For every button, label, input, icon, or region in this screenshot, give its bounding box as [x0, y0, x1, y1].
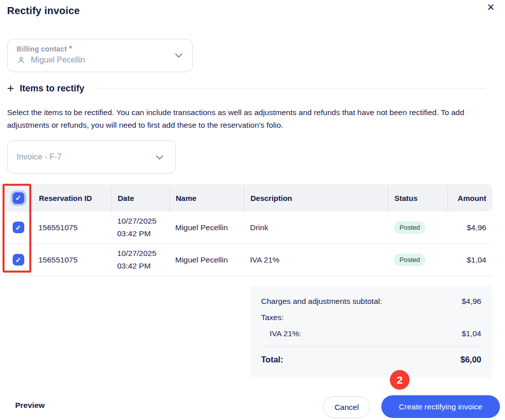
cell-name: Miguel Pecellin — [169, 223, 244, 232]
billing-contact-label: Billing contact — [17, 45, 67, 53]
tax-line-value: $1,04 — [462, 329, 481, 338]
required-marker: * — [69, 44, 72, 53]
person-icon — [17, 56, 26, 65]
total-row: Total: $6,00 — [261, 355, 481, 364]
billing-contact-select[interactable]: Billing contact* Miguel Pecellin — [7, 39, 193, 72]
table-row: ✓ 156551075 10/27/2025 03:42 PM Miguel P… — [4, 212, 492, 244]
row-checkbox-cell: ✓ — [4, 222, 32, 233]
total-label: Total: — [261, 355, 283, 364]
taxes-label: Taxes: — [261, 313, 284, 322]
column-header-description: Description — [244, 184, 388, 212]
tax-line-row: IVA 21%: $1,04 — [261, 329, 481, 338]
cell-amount: $1,04 — [447, 255, 492, 265]
column-header-reservation-id: Reservation ID — [32, 184, 111, 212]
items-section-description: Select the items to be rectified. You ca… — [7, 106, 488, 131]
chevron-down-icon — [175, 54, 182, 58]
row-checkbox[interactable]: ✓ — [13, 222, 24, 233]
invoice-select[interactable]: Invoice - F-7 — [7, 140, 176, 174]
cell-amount: $4,96 — [447, 223, 492, 232]
chevron-down-icon — [156, 155, 163, 160]
summary-box: Charges and adjustments subtotal: $4,96 … — [250, 286, 492, 378]
invoice-select-value: Invoice - F-7 — [17, 152, 62, 162]
summary-divider — [261, 346, 481, 347]
row-checkbox-cell: ✓ — [4, 254, 32, 266]
cancel-button[interactable]: Cancel — [323, 396, 370, 418]
subtotal-row: Charges and adjustments subtotal: $4,96 — [261, 297, 481, 306]
billing-contact-label-row: Billing contact* — [17, 44, 192, 54]
taxes-row: Taxes: — [261, 313, 481, 322]
cell-description: Drink — [244, 223, 388, 232]
subtotal-label: Charges and adjustments subtotal: — [261, 297, 382, 306]
preview-button[interactable]: Preview — [15, 401, 45, 410]
cell-date: 10/27/2025 03:42 PM — [111, 247, 169, 272]
section-divider — [94, 88, 486, 89]
select-all-cell: ✓ — [4, 184, 32, 212]
column-header-date: Date — [111, 184, 169, 212]
cell-name: Miguel Pecellin — [169, 255, 244, 265]
billing-contact-value: Miguel Pecellin — [31, 56, 85, 65]
subtotal-value: $4,96 — [462, 297, 481, 306]
column-header-amount: Amount — [447, 184, 492, 212]
items-table: ✓ Reservation ID Date Name Description S… — [4, 184, 492, 276]
select-all-checkbox[interactable]: ✓ — [13, 192, 24, 204]
column-header-status: Status — [388, 184, 447, 212]
date-line1: 10/27/2025 — [117, 249, 157, 257]
row-checkbox[interactable]: ✓ — [13, 254, 24, 266]
cell-reservation-id: 156551075 — [32, 255, 111, 265]
plus-icon: + — [7, 82, 14, 94]
cell-reservation-id: 156551075 — [32, 223, 111, 232]
annotation-step-badge: 2 — [390, 370, 410, 390]
table-header-row: ✓ Reservation ID Date Name Description S… — [4, 184, 492, 212]
date-line2: 03:42 PM — [117, 229, 150, 238]
cell-status: Posted — [388, 221, 447, 234]
total-value: $6,00 — [461, 355, 481, 364]
status-badge: Posted — [394, 253, 425, 266]
items-section-title: Items to rectify — [20, 83, 84, 94]
close-icon[interactable]: ✕ — [484, 1, 498, 14]
cell-date: 10/27/2025 03:42 PM — [111, 215, 169, 239]
items-section-heading: + Items to rectify — [7, 82, 486, 94]
table-row: ✓ 156551075 10/27/2025 03:42 PM Miguel P… — [4, 244, 492, 276]
page-title: Rectify invoice — [7, 5, 80, 17]
tax-line-label: IVA 21%: — [270, 329, 301, 338]
status-badge: Posted — [394, 221, 425, 234]
cell-description: IVA 21% — [244, 255, 388, 265]
cell-status: Posted — [388, 253, 447, 266]
column-header-name: Name — [169, 184, 244, 212]
date-line1: 10/27/2025 — [117, 217, 157, 225]
create-rectifying-invoice-button[interactable]: Create rectifying invoice — [381, 395, 500, 418]
date-line2: 03:42 PM — [117, 261, 150, 270]
